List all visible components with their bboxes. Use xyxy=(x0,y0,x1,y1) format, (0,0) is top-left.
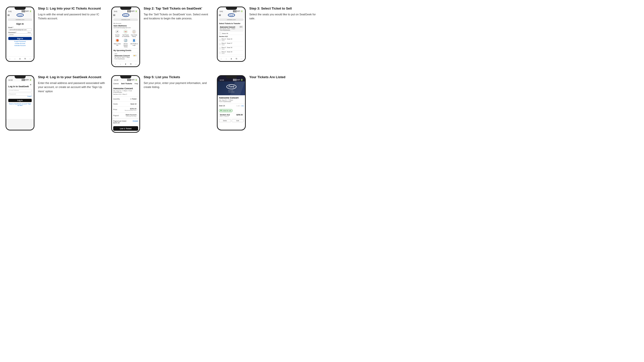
event-card-1[interactable]: 2022 Awesome Concert 🎫 4 Sat, Sep 14, 20… xyxy=(113,52,138,61)
email-input[interactable]: sammathews@gmail.com xyxy=(8,28,32,31)
sell-seatgeek-btn[interactable]: SG Sell Tickets on SeatGeek xyxy=(122,29,129,37)
activate-account-link[interactable]: Activate Account xyxy=(8,45,32,46)
close-icon[interactable]: ✕ xyxy=(30,83,32,86)
seat-4-checkbox[interactable] xyxy=(219,52,221,54)
info-tag[interactable]: Info xyxy=(241,105,244,107)
email-label: Email * xyxy=(8,27,32,28)
more-btn-3[interactable]: ⋯ xyxy=(240,58,243,60)
listed-event-name: Awesome Concert xyxy=(218,95,245,99)
address-bar-3[interactable]: ictickets.com xyxy=(219,18,244,21)
icon-grid-1: ↗ Transfer Tickets SG Sell Tickets on Se… xyxy=(113,29,138,37)
forward-btn-2[interactable]: › xyxy=(119,63,122,65)
seat-2-type: Adult xyxy=(222,44,244,46)
seat-1-checkbox[interactable] xyxy=(219,39,221,41)
concert-venue: Ford Amphitheater xyxy=(220,29,243,31)
step-5-desc: Step 5: List you Tickets Set your price,… xyxy=(144,75,211,89)
select-all-checkbox[interactable] xyxy=(219,32,221,34)
login-button-sg[interactable]: Log in xyxy=(8,99,32,102)
hamburger-icon[interactable] xyxy=(8,14,10,16)
step-3-title: Step 3: Select Ticket to Sell xyxy=(249,7,316,11)
hamburger-icon-3[interactable] xyxy=(219,14,221,16)
payout-row[interactable]: Payout Bank Account (USA and CA only) › xyxy=(112,113,139,119)
order-history-btn[interactable]: 📋 View Order History xyxy=(130,29,138,37)
for-sale-text: 1 ticket for sale xyxy=(222,110,231,111)
create-account-link[interactable]: Create Account xyxy=(8,43,32,44)
seat-3-checkbox[interactable] xyxy=(219,48,221,49)
edit-profile-btn[interactable]: 👤 Edit Profile & Login xyxy=(130,38,138,48)
share-btn-3[interactable]: ⬆ xyxy=(229,58,233,60)
phone-4-notch xyxy=(15,76,26,78)
more-btn-2[interactable]: ⋯ xyxy=(134,63,138,65)
select-all-row[interactable]: Select All xyxy=(219,32,244,35)
profile-label: Edit Profile & Login xyxy=(130,43,138,46)
quantity-row[interactable]: Quantity 1 Ticket › xyxy=(112,97,139,102)
phone-3-content: Select Tickets to Transfer Awesome Conce… xyxy=(218,22,245,56)
price-row[interactable]: Price $250.00 Recommended Price › xyxy=(112,107,139,113)
cancel-btn[interactable]: Cancel xyxy=(113,83,119,84)
show-link[interactable]: Show xyxy=(27,32,31,33)
forgot-link[interactable]: Forgot? xyxy=(27,96,32,97)
transfer-label: Transfer Tickets xyxy=(113,34,121,37)
address-bar-1[interactable]: ictickets.com xyxy=(8,18,32,21)
phone-4-status: 12:22 ▐▐▐ WiFi 🔋 xyxy=(6,78,34,81)
payout-value: Bank Account xyxy=(126,114,137,116)
event-venue: Ford Amphitheater xyxy=(114,58,137,60)
forward-btn-1[interactable]: › xyxy=(13,58,17,60)
step-3-body: Select the seats you would like to put o… xyxy=(249,12,316,21)
password-input[interactable]: •••••••• Show xyxy=(8,33,32,36)
renew-icon: 🔄 xyxy=(123,38,128,43)
profile-icon: 👤 xyxy=(132,38,136,43)
signin-form: Email * sammathews@gmail.com Password * … xyxy=(8,26,32,47)
phone-1-signal: ▐▐▐ WiFi 🔋 xyxy=(21,10,32,12)
seat-2-checkbox[interactable] xyxy=(219,43,221,45)
phone-2-notch xyxy=(120,7,131,10)
seat-row-4[interactable]: Row C Seat 19 Adult xyxy=(219,51,244,55)
tabs-btn-3[interactable]: ⧉ xyxy=(235,58,238,60)
renew-btn[interactable]: 🔄 Renew Season Tickets xyxy=(122,38,129,48)
help-btn[interactable]: Help xyxy=(135,83,138,84)
list-btn[interactable]: List 1 Ticket xyxy=(113,126,138,131)
seat-row-3[interactable]: Row C Seat 18 Adult xyxy=(219,46,244,51)
transfer-icon: ↗ xyxy=(115,29,119,34)
for-sale-dot xyxy=(220,110,222,111)
gift-btn[interactable]: 🎁 Make a New Gift xyxy=(113,38,121,48)
seat-row-2[interactable]: Row C Seat 17 Adult xyxy=(219,42,244,46)
back-btn-3[interactable]: ‹ xyxy=(219,58,223,60)
step-1-title: Step 1: Log Into your IC Tickets Account xyxy=(38,7,105,11)
back-btn-2[interactable]: ‹ xyxy=(114,63,117,65)
edit-button[interactable]: Edit xyxy=(232,119,244,122)
section-label-a12: Section A12 xyxy=(219,36,244,37)
tabs-btn-1[interactable]: ⧉ xyxy=(23,58,27,60)
forward-btn-3[interactable]: › xyxy=(224,58,228,60)
hamburger-icon-2[interactable] xyxy=(113,14,115,16)
details-link[interactable]: Details xyxy=(133,120,138,124)
seats-row[interactable]: Seats Seat 16 › xyxy=(112,102,139,107)
seat-row-1[interactable]: Row C Seat 16 Adult xyxy=(219,38,244,42)
step-4-cell: 12:22 ▐▐▐ WiFi 🔋 ✕ Log in to SeatGeek Em… xyxy=(3,71,108,137)
delist-button[interactable]: Delist xyxy=(219,119,231,122)
step-2-body: Tap the 'Sell Tickets on SeatGeek' icon.… xyxy=(144,12,211,21)
address-bar-2[interactable]: ictickets.com xyxy=(113,18,138,21)
share-btn-2[interactable]: ⬆ xyxy=(124,63,127,65)
price-value: $250.00 xyxy=(125,108,137,110)
share-btn-1[interactable]: ⬆ xyxy=(18,58,22,60)
tabs-btn-2[interactable]: ⧉ xyxy=(129,63,133,65)
phone-1-notch xyxy=(15,7,26,10)
transfer-tickets-btn[interactable]: ↗ Transfer Tickets xyxy=(113,29,121,37)
step-2-desc: Step 2: Tap 'Sell Tickets on SeatGeek' T… xyxy=(144,7,211,21)
forgot-password-link[interactable]: Forgot Password xyxy=(8,41,32,42)
step-6-title: Your Tickets Are Listed xyxy=(249,75,316,79)
account-email: sammathews@gmail.com xyxy=(113,27,138,28)
phone-1: 9:41 ▐▐▐ WiFi 🔋 Ford ictickets.com xyxy=(6,7,34,62)
more-btn-1[interactable]: ⋯ xyxy=(28,58,32,60)
password-placeholder: Password xyxy=(9,93,16,95)
step-4-title: Step 4: Log in to your SeatGeek Account xyxy=(38,75,105,79)
price-arrow: › xyxy=(137,108,138,111)
seatgeek-icon: SG xyxy=(123,29,128,34)
phone-3-bottom-bar: ‹ › ⬆ ⧉ ⋯ xyxy=(218,56,245,61)
back-btn-1[interactable]: ‹ xyxy=(8,58,12,60)
email-value: sammathews@gmail.com xyxy=(9,29,27,30)
email-input-sg[interactable]: Email Address xyxy=(8,89,32,92)
signin-button[interactable]: Sign In xyxy=(8,37,32,40)
phone-6: 12:22 ▐▐▐ WiFi 🔋 Ford IDAHOCENTER Awesom… xyxy=(217,75,246,130)
